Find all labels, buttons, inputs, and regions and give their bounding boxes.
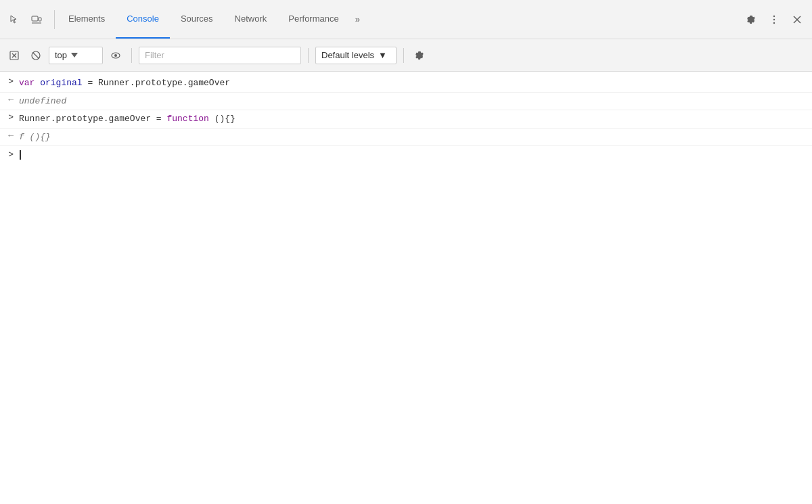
code-span: Runner.prototype.gameOver = [19,114,166,124]
console-content: var original = Runner.prototype.gameOver [19,76,807,90]
output-prompt: ← [0,95,19,105]
context-select-arrow [71,53,78,58]
svg-point-5 [773,22,775,23]
toolbar-right [742,10,807,29]
code-span: = Runner.prototype.gameOver [83,78,230,88]
console-content: Runner.prototype.gameOver = function (){… [19,112,807,126]
input-prompt: > [0,76,19,87]
console-content: f (){} [19,131,807,144]
more-options-icon[interactable] [765,10,784,29]
input-prompt: > [0,112,19,122]
more-tabs-button[interactable]: » [350,0,365,39]
devtools-toolbar: Elements Console Sources Network Perform… [0,0,812,39]
main-container: top Default levels ▼ [0,39,812,504]
console-line: > var original = Runner.prototype.gameOv… [0,74,812,93]
close-icon[interactable] [788,10,807,29]
console-content: undefined [19,95,807,108]
eye-icon[interactable] [107,47,125,64]
levels-dropdown[interactable]: Default levels ▼ [315,47,397,64]
code-span: (){} [209,114,235,124]
toolbar-icons-left [5,10,55,29]
console-input-line[interactable]: > [0,146,812,164]
active-input-content[interactable] [19,148,807,162]
keyword-span: function [166,114,208,124]
console-line: ← f (){} [0,129,812,147]
keyword-span: var [19,78,40,88]
console-output[interactable]: > var original = Runner.prototype.gameOv… [0,72,812,504]
svg-line-12 [33,52,39,58]
func-result-span: f (){} [19,132,51,142]
identifier-span: original [40,78,82,88]
console-toolbar: top Default levels ▼ [0,39,812,72]
output-prompt: ← [0,131,19,141]
undefined-span: undefined [19,96,66,106]
toolbar-tabs: Elements Console Sources Network Perform… [58,0,742,39]
console-line: > Runner.prototype.gameOver = function (… [0,110,812,129]
toolbar-divider-3 [403,48,404,63]
toolbar-divider [131,48,132,63]
settings-icon[interactable] [742,10,761,29]
block-icon[interactable] [27,47,45,64]
svg-marker-13 [71,53,78,58]
active-input-prompt: > [0,150,19,160]
console-line: ← undefined [0,93,812,111]
svg-point-15 [114,54,117,57]
context-select[interactable]: top [49,47,103,64]
clear-console-icon[interactable] [5,47,23,64]
toolbar-divider-2 [308,48,309,63]
filter-input[interactable] [139,47,301,64]
tab-network[interactable]: Network [224,0,278,39]
svg-rect-1 [39,18,41,21]
device-toggle-icon[interactable] [27,10,46,29]
console-settings-icon[interactable] [411,47,428,64]
svg-point-3 [773,15,775,16]
inspect-icon[interactable] [5,10,24,29]
tab-console[interactable]: Console [116,0,170,39]
tab-sources[interactable]: Sources [170,0,224,39]
svg-point-4 [773,18,775,20]
tab-elements[interactable]: Elements [58,0,116,39]
tab-performance[interactable]: Performance [277,0,349,39]
svg-rect-0 [32,16,38,21]
cursor [20,150,21,160]
